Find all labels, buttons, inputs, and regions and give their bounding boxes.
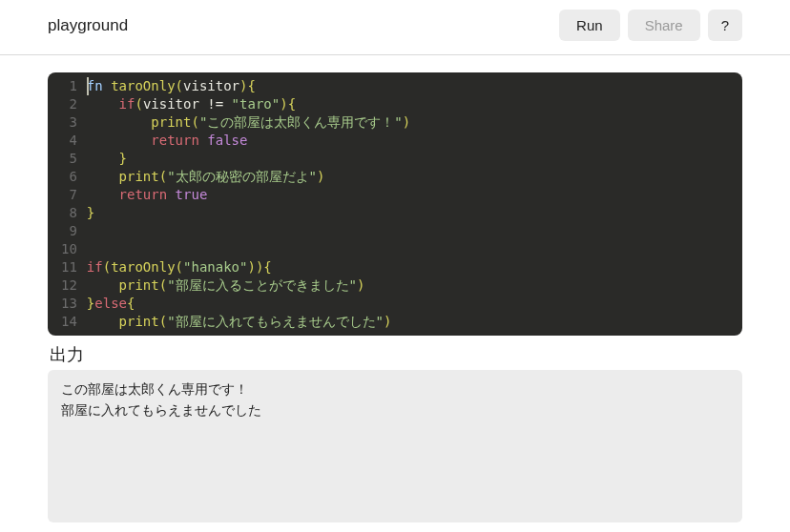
- code-editor[interactable]: 1 2 3 4 5 6 7 8 9 10 11 12 13 14 fn taro…: [48, 72, 742, 336]
- share-button[interactable]: Share: [628, 10, 700, 41]
- output-label: 出力: [50, 343, 742, 366]
- code-line: }else{: [87, 295, 735, 313]
- line-number: 6: [61, 168, 77, 186]
- code-line: if(taroOnly("hanako")){: [87, 258, 735, 276]
- page-title: playground: [48, 16, 128, 35]
- header: playground Run Share ?: [0, 0, 790, 55]
- output-box: この部屋は太郎くん専用です！ 部屋に入れてもらえませんでした: [48, 370, 742, 522]
- header-buttons: Run Share ?: [559, 10, 742, 41]
- code-line: return false: [87, 132, 735, 150]
- code-line: if(visitor != "taro"){: [87, 95, 735, 113]
- line-number: 1: [61, 77, 77, 95]
- run-button[interactable]: Run: [559, 10, 620, 41]
- line-number: 11: [61, 258, 77, 276]
- line-number: 10: [61, 240, 77, 258]
- code-line: return true: [87, 186, 735, 204]
- code-line: print("太郎の秘密の部屋だよ"): [87, 168, 735, 186]
- line-number: 5: [61, 150, 77, 168]
- line-number: 12: [61, 276, 77, 295]
- line-gutter: 1 2 3 4 5 6 7 8 9 10 11 12 13 14: [48, 77, 85, 331]
- code-line: [87, 240, 735, 258]
- code-line: }: [87, 150, 735, 168]
- line-number: 14: [61, 313, 77, 331]
- line-number: 9: [61, 222, 77, 240]
- code-line: print("部屋に入れてもらえませんでした"): [87, 313, 735, 331]
- code-area[interactable]: fn taroOnly(visitor){ if(visitor != "tar…: [85, 77, 742, 331]
- line-number: 2: [61, 95, 77, 113]
- code-line: [87, 222, 735, 240]
- line-number: 13: [61, 295, 77, 313]
- line-number: 3: [61, 113, 77, 132]
- code-line: print("この部屋は太郎くん専用です！"): [87, 113, 735, 132]
- main: 1 2 3 4 5 6 7 8 9 10 11 12 13 14 fn taro…: [0, 55, 790, 522]
- line-number: 8: [61, 204, 77, 222]
- cursor-icon: [87, 77, 89, 95]
- line-number: 4: [61, 132, 77, 150]
- code-line: }: [87, 204, 735, 222]
- code-line: print("部屋に入ることができました"): [87, 276, 735, 295]
- help-button[interactable]: ?: [708, 10, 742, 41]
- line-number: 7: [61, 186, 77, 204]
- code-line: fn taroOnly(visitor){: [87, 77, 735, 95]
